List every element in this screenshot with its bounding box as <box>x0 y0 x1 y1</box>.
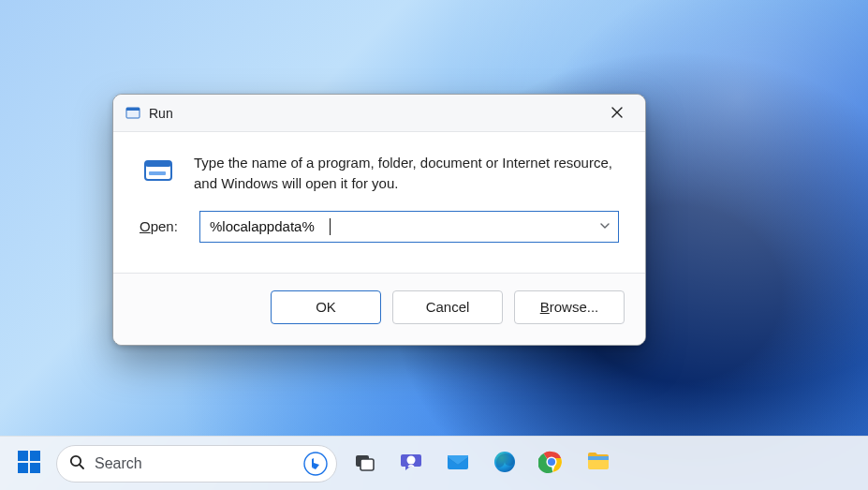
mail-button[interactable] <box>438 444 478 483</box>
dialog-body: Type the name of a program, folder, docu… <box>113 132 645 203</box>
svg-rect-3 <box>145 161 171 167</box>
chrome-icon <box>538 449 565 479</box>
button-row: OK Cancel Browse... <box>113 273 645 345</box>
cancel-button[interactable]: Cancel <box>392 290 503 324</box>
titlebar: Run <box>113 95 645 132</box>
svg-rect-13 <box>360 459 374 470</box>
ok-button[interactable]: OK <box>271 290 381 324</box>
svg-point-14 <box>407 455 416 464</box>
browse-button[interactable]: Browse... <box>514 290 625 324</box>
folder-icon <box>585 449 611 479</box>
svg-rect-21 <box>588 456 609 460</box>
windows-logo-icon <box>16 449 42 479</box>
title-text: Run <box>149 106 173 121</box>
search-icon <box>68 453 85 474</box>
svg-rect-8 <box>30 463 40 473</box>
mail-icon <box>445 449 471 479</box>
search-placeholder: Search <box>95 455 293 472</box>
open-input[interactable] <box>200 212 592 242</box>
desktop: Run Type the name of a program, folder, … <box>0 0 868 490</box>
chat-button[interactable] <box>391 444 431 483</box>
close-button[interactable] <box>596 100 638 126</box>
svg-rect-1 <box>126 108 140 111</box>
svg-line-10 <box>80 465 83 468</box>
description-text: Type the name of a program, folder, docu… <box>194 153 619 194</box>
open-label: Open: <box>140 218 183 234</box>
text-caret <box>330 218 331 235</box>
svg-rect-4 <box>149 171 166 175</box>
run-dialog: Run Type the name of a program, folder, … <box>112 94 646 346</box>
start-button[interactable] <box>9 444 49 483</box>
taskbar-search[interactable]: Search <box>56 445 337 483</box>
run-icon <box>125 105 141 122</box>
chrome-button[interactable] <box>532 444 571 483</box>
task-view-icon <box>353 451 375 477</box>
taskbar: Search <box>0 436 868 490</box>
open-row: Open: <box>113 203 645 243</box>
edge-button[interactable] <box>485 444 524 483</box>
bing-chat-icon[interactable] <box>302 451 329 477</box>
svg-rect-6 <box>30 451 40 461</box>
close-icon <box>611 105 623 122</box>
dropdown-button[interactable] <box>592 212 618 242</box>
run-large-icon <box>140 153 177 190</box>
edge-icon <box>492 449 518 479</box>
task-view-button[interactable] <box>345 444 384 483</box>
chevron-down-icon <box>599 218 611 235</box>
file-explorer-button[interactable] <box>579 444 618 483</box>
chat-icon <box>399 450 423 478</box>
svg-rect-7 <box>18 463 28 473</box>
svg-rect-5 <box>18 451 28 461</box>
open-combobox[interactable] <box>199 211 619 243</box>
